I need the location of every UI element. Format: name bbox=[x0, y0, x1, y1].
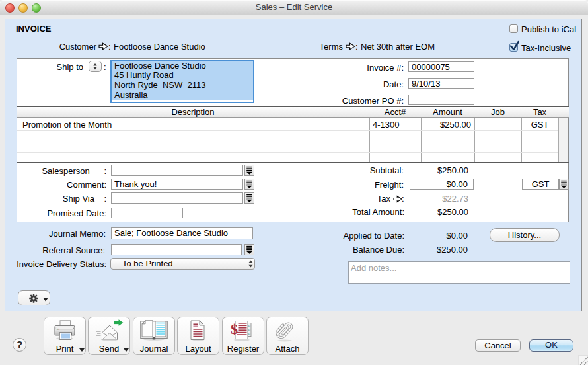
svg-text:$: $ bbox=[231, 321, 238, 337]
